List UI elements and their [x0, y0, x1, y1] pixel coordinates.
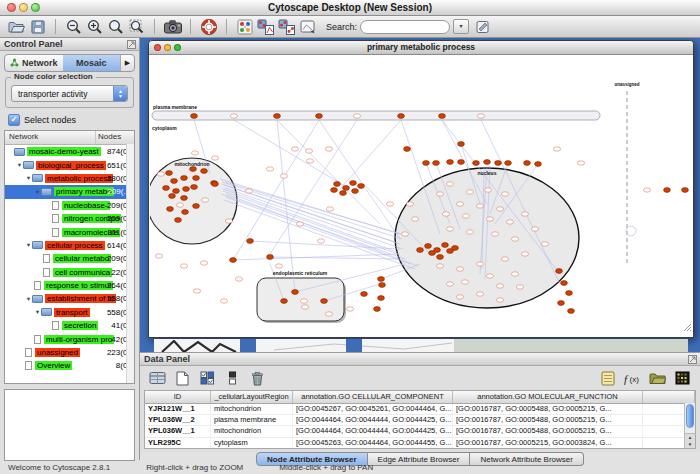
network-node[interactable] [173, 189, 180, 194]
scrollbar-arrows-icon[interactable]: ▲▼ [685, 433, 695, 448]
zoom-fit-icon[interactable] [105, 17, 126, 36]
network-node[interactable] [353, 114, 360, 118]
zoom-out-icon[interactable] [63, 17, 84, 36]
network-node[interactable] [191, 151, 198, 155]
network-node[interactable] [437, 255, 444, 260]
network-node[interactable] [193, 176, 200, 181]
network-node[interactable] [374, 307, 381, 312]
network-node[interactable] [436, 192, 443, 196]
network-node[interactable] [558, 301, 565, 306]
column-header[interactable]: annotation.GO MOLECULAR_FUNCTION [453, 391, 643, 403]
network-canvas[interactable]: plasma membranecytoplasmmitochondrionnuc… [150, 54, 694, 338]
zoom-window-icon[interactable] [174, 44, 181, 51]
network-node[interactable] [456, 295, 463, 299]
network-node[interactable] [169, 194, 176, 199]
network-node[interactable] [378, 277, 385, 282]
zoom-selected-icon[interactable] [126, 17, 147, 36]
expander-icon[interactable]: ▼ [25, 175, 32, 181]
save-icon[interactable] [27, 17, 48, 36]
network-node[interactable] [417, 248, 424, 253]
network-node[interactable] [155, 254, 162, 258]
tree-item[interactable]: ▼transport558(0) [5, 306, 134, 319]
vizmapper-icon[interactable] [234, 17, 255, 36]
network-node[interactable] [292, 290, 299, 295]
table-row[interactable]: YJR121W__1mitochondrion[GO:0045267, GO:0… [145, 404, 695, 415]
network-node[interactable] [167, 207, 174, 212]
node-attribute-mapper-icon[interactable] [255, 17, 276, 36]
tree-item[interactable]: multi-organism pro42(0) [5, 332, 134, 345]
network-node[interactable] [230, 258, 237, 263]
unselect-attributes-icon[interactable] [223, 370, 242, 387]
network-node[interactable] [157, 172, 164, 176]
tree-item[interactable]: cellular metabo209(0) [5, 252, 134, 265]
network-node[interactable] [496, 298, 503, 302]
network-node[interactable] [200, 261, 207, 265]
select-nodes-checkbox[interactable]: ✓ [8, 114, 20, 126]
import-attributes-icon[interactable] [648, 370, 667, 387]
network-node[interactable] [446, 282, 453, 286]
network-node[interactable] [456, 267, 463, 271]
network-edge[interactable] [226, 197, 410, 264]
network-node[interactable] [379, 283, 386, 288]
network-node[interactable] [245, 189, 252, 193]
network-node[interactable] [386, 202, 393, 206]
network-node[interactable] [201, 198, 208, 202]
network-node[interactable] [180, 264, 187, 268]
network-node[interactable] [316, 114, 323, 119]
tab-network[interactable]: Network [5, 55, 63, 71]
network-node[interactable] [343, 186, 350, 191]
table-row[interactable]: YPL036W__1mitochondrion[GO:0044464, GO:0… [145, 426, 695, 437]
network-edge[interactable] [340, 120, 401, 189]
network-node[interactable] [433, 161, 440, 166]
table-row[interactable]: YPL036W__2plasma membrane[GO:0044464, GO… [145, 415, 695, 426]
tree-column-network[interactable]: Network [5, 131, 96, 144]
network-node[interactable] [235, 277, 242, 281]
network-node[interactable] [425, 244, 432, 249]
network-node[interactable] [352, 189, 359, 194]
scrollbar-thumb[interactable] [686, 404, 694, 428]
network-edge[interactable] [233, 254, 400, 260]
network-node[interactable] [436, 264, 443, 268]
expander-icon[interactable]: ▼ [25, 296, 32, 302]
node-color-dropdown[interactable]: transporter activity ▲▼ [11, 85, 128, 102]
network-node[interactable] [176, 203, 183, 207]
float-panel-icon[interactable] [688, 355, 697, 366]
search-dropdown-icon[interactable]: ▾ [453, 19, 469, 34]
network-node[interactable] [301, 305, 308, 309]
network-node[interactable] [175, 218, 182, 223]
network-node[interactable] [411, 217, 418, 221]
network-node[interactable] [466, 190, 473, 194]
network-node[interactable] [466, 230, 473, 234]
network-node[interactable] [183, 187, 190, 192]
network-node[interactable] [456, 202, 463, 206]
close-icon[interactable] [154, 44, 161, 51]
tree-item[interactable]: response to stimul264(0) [5, 279, 134, 292]
help-icon[interactable] [198, 17, 219, 36]
network-node[interactable] [491, 232, 498, 236]
network-node[interactable] [280, 174, 287, 178]
network-node[interactable] [406, 202, 413, 206]
network-window-titlebar[interactable]: primary metabolic process [149, 41, 693, 55]
tree-item[interactable]: secretion41(0) [5, 319, 134, 332]
expander-icon[interactable]: ▼ [34, 309, 41, 315]
tree-item[interactable]: cell communica22(0) [5, 266, 134, 279]
network-node[interactable] [334, 182, 341, 187]
tree-item[interactable]: ▼cellular process614(0) [5, 239, 134, 252]
network-node[interactable] [664, 188, 671, 193]
network-node[interactable] [306, 159, 313, 163]
column-header[interactable]: _cellularLayoutRegion [211, 391, 293, 403]
network-node[interactable] [193, 289, 200, 293]
tree-column-nodes[interactable]: Nodes [96, 131, 134, 144]
tree-item[interactable]: mosaic-demo-yeast874(0) [5, 145, 134, 158]
network-node[interactable] [553, 147, 560, 151]
tree-item[interactable]: ▼establishment of lo558(0) [5, 292, 134, 305]
network-node[interactable] [225, 219, 232, 223]
network-node[interactable] [477, 114, 484, 118]
network-node[interactable] [447, 160, 454, 165]
network-node[interactable] [423, 161, 430, 166]
network-node[interactable] [511, 237, 518, 241]
network-node[interactable] [516, 285, 523, 289]
network-node[interactable] [182, 210, 189, 215]
network-node[interactable] [275, 264, 282, 268]
network-node[interactable] [281, 299, 288, 304]
